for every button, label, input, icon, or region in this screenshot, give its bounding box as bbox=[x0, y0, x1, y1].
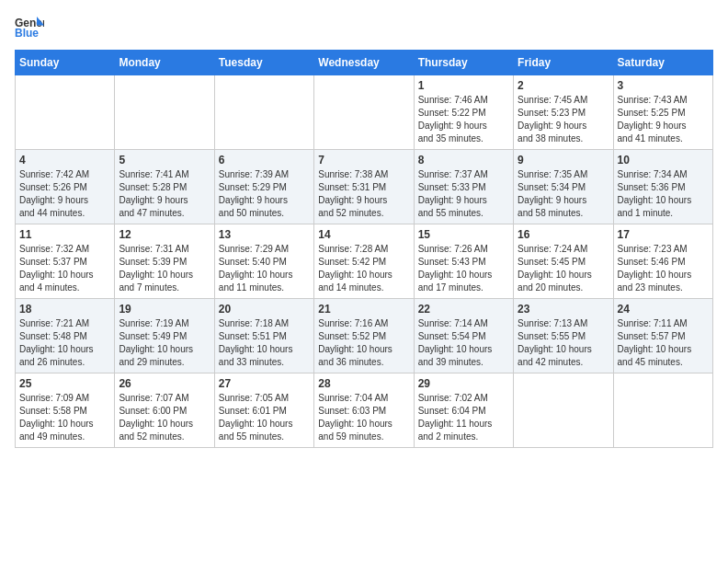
calendar-cell bbox=[314, 75, 414, 150]
day-number: 16 bbox=[518, 228, 609, 241]
calendar-cell: 1Sunrise: 7:46 AM Sunset: 5:22 PM Daylig… bbox=[414, 75, 513, 150]
calendar-cell bbox=[514, 373, 613, 448]
day-info: Sunrise: 7:14 AM Sunset: 5:54 PM Dayligh… bbox=[418, 317, 509, 369]
day-number: 2 bbox=[518, 79, 609, 92]
day-number: 14 bbox=[318, 228, 409, 241]
calendar-cell: 3Sunrise: 7:43 AM Sunset: 5:25 PM Daylig… bbox=[613, 75, 712, 150]
calendar-cell bbox=[115, 75, 214, 150]
day-info: Sunrise: 7:26 AM Sunset: 5:43 PM Dayligh… bbox=[418, 243, 509, 294]
day-number: 4 bbox=[19, 154, 110, 167]
day-number: 7 bbox=[318, 154, 409, 167]
day-number: 29 bbox=[418, 377, 509, 390]
calendar-cell: 9Sunrise: 7:35 AM Sunset: 5:34 PM Daylig… bbox=[514, 150, 613, 224]
day-number: 8 bbox=[418, 154, 509, 167]
day-info: Sunrise: 7:28 AM Sunset: 5:42 PM Dayligh… bbox=[318, 243, 409, 294]
day-info: Sunrise: 7:32 AM Sunset: 5:37 PM Dayligh… bbox=[19, 243, 110, 294]
day-info: Sunrise: 7:07 AM Sunset: 6:00 PM Dayligh… bbox=[119, 392, 210, 443]
weekday-header: Thursday bbox=[414, 51, 513, 75]
calendar-cell: 8Sunrise: 7:37 AM Sunset: 5:33 PM Daylig… bbox=[414, 150, 513, 224]
weekday-header: Wednesday bbox=[314, 51, 414, 75]
calendar-week-row: 25Sunrise: 7:09 AM Sunset: 5:58 PM Dayli… bbox=[16, 373, 713, 448]
calendar-cell: 16Sunrise: 7:24 AM Sunset: 5:45 PM Dayli… bbox=[514, 224, 613, 299]
day-info: Sunrise: 7:35 AM Sunset: 5:34 PM Dayligh… bbox=[518, 168, 609, 220]
calendar-cell: 6Sunrise: 7:39 AM Sunset: 5:29 PM Daylig… bbox=[214, 150, 313, 224]
calendar-cell: 29Sunrise: 7:02 AM Sunset: 6:04 PM Dayli… bbox=[414, 373, 513, 448]
day-number: 3 bbox=[618, 79, 709, 92]
day-info: Sunrise: 7:21 AM Sunset: 5:48 PM Dayligh… bbox=[19, 317, 110, 369]
day-number: 10 bbox=[618, 154, 709, 167]
weekday-header: Friday bbox=[514, 51, 613, 75]
weekday-header: Sunday bbox=[16, 51, 115, 75]
day-info: Sunrise: 7:39 AM Sunset: 5:29 PM Dayligh… bbox=[219, 168, 310, 220]
logo: General Blue bbox=[15, 15, 48, 40]
calendar-cell: 24Sunrise: 7:11 AM Sunset: 5:57 PM Dayli… bbox=[613, 299, 712, 373]
day-info: Sunrise: 7:16 AM Sunset: 5:52 PM Dayligh… bbox=[318, 317, 409, 369]
day-info: Sunrise: 7:43 AM Sunset: 5:25 PM Dayligh… bbox=[618, 94, 709, 145]
day-info: Sunrise: 7:41 AM Sunset: 5:28 PM Dayligh… bbox=[119, 168, 210, 220]
day-number: 12 bbox=[119, 228, 210, 241]
day-number: 9 bbox=[518, 154, 609, 167]
day-info: Sunrise: 7:19 AM Sunset: 5:49 PM Dayligh… bbox=[119, 317, 210, 369]
day-number: 5 bbox=[119, 154, 210, 167]
day-info: Sunrise: 7:29 AM Sunset: 5:40 PM Dayligh… bbox=[219, 243, 310, 294]
day-number: 21 bbox=[318, 303, 409, 316]
day-number: 17 bbox=[618, 228, 709, 241]
day-number: 22 bbox=[418, 303, 509, 316]
calendar-cell: 2Sunrise: 7:45 AM Sunset: 5:23 PM Daylig… bbox=[514, 75, 613, 150]
day-info: Sunrise: 7:37 AM Sunset: 5:33 PM Dayligh… bbox=[418, 168, 509, 220]
calendar-week-row: 18Sunrise: 7:21 AM Sunset: 5:48 PM Dayli… bbox=[16, 299, 713, 373]
day-number: 6 bbox=[219, 154, 310, 167]
calendar-cell: 20Sunrise: 7:18 AM Sunset: 5:51 PM Dayli… bbox=[214, 299, 313, 373]
day-info: Sunrise: 7:11 AM Sunset: 5:57 PM Dayligh… bbox=[618, 317, 709, 369]
day-info: Sunrise: 7:38 AM Sunset: 5:31 PM Dayligh… bbox=[318, 168, 409, 220]
day-info: Sunrise: 7:24 AM Sunset: 5:45 PM Dayligh… bbox=[518, 243, 609, 294]
calendar-cell: 26Sunrise: 7:07 AM Sunset: 6:00 PM Dayli… bbox=[115, 373, 214, 448]
logo-icon: General Blue bbox=[15, 15, 44, 40]
calendar-cell: 14Sunrise: 7:28 AM Sunset: 5:42 PM Dayli… bbox=[314, 224, 414, 299]
calendar-cell: 11Sunrise: 7:32 AM Sunset: 5:37 PM Dayli… bbox=[16, 224, 115, 299]
calendar-cell: 28Sunrise: 7:04 AM Sunset: 6:03 PM Dayli… bbox=[314, 373, 414, 448]
day-number: 27 bbox=[219, 377, 310, 390]
day-number: 19 bbox=[119, 303, 210, 316]
day-number: 20 bbox=[219, 303, 310, 316]
calendar-cell: 15Sunrise: 7:26 AM Sunset: 5:43 PM Dayli… bbox=[414, 224, 513, 299]
day-number: 25 bbox=[19, 377, 110, 390]
day-number: 18 bbox=[19, 303, 110, 316]
day-info: Sunrise: 7:05 AM Sunset: 6:01 PM Dayligh… bbox=[219, 392, 310, 443]
day-info: Sunrise: 7:23 AM Sunset: 5:46 PM Dayligh… bbox=[618, 243, 709, 294]
weekday-header: Tuesday bbox=[214, 51, 313, 75]
day-number: 26 bbox=[119, 377, 210, 390]
calendar-cell: 12Sunrise: 7:31 AM Sunset: 5:39 PM Dayli… bbox=[115, 224, 214, 299]
calendar-cell: 10Sunrise: 7:34 AM Sunset: 5:36 PM Dayli… bbox=[613, 150, 712, 224]
calendar-cell: 5Sunrise: 7:41 AM Sunset: 5:28 PM Daylig… bbox=[115, 150, 214, 224]
day-number: 1 bbox=[418, 79, 509, 92]
calendar-table: SundayMondayTuesdayWednesdayThursdayFrid… bbox=[15, 50, 713, 448]
calendar-cell: 18Sunrise: 7:21 AM Sunset: 5:48 PM Dayli… bbox=[16, 299, 115, 373]
day-info: Sunrise: 7:02 AM Sunset: 6:04 PM Dayligh… bbox=[418, 392, 509, 443]
weekday-header: Monday bbox=[115, 51, 214, 75]
calendar-week-row: 11Sunrise: 7:32 AM Sunset: 5:37 PM Dayli… bbox=[16, 224, 713, 299]
day-info: Sunrise: 7:46 AM Sunset: 5:22 PM Dayligh… bbox=[418, 94, 509, 145]
calendar-cell: 25Sunrise: 7:09 AM Sunset: 5:58 PM Dayli… bbox=[16, 373, 115, 448]
day-info: Sunrise: 7:04 AM Sunset: 6:03 PM Dayligh… bbox=[318, 392, 409, 443]
weekday-header: Saturday bbox=[613, 51, 712, 75]
calendar-cell bbox=[613, 373, 712, 448]
svg-text:Blue: Blue bbox=[15, 27, 39, 40]
calendar-cell: 23Sunrise: 7:13 AM Sunset: 5:55 PM Dayli… bbox=[514, 299, 613, 373]
calendar-cell: 22Sunrise: 7:14 AM Sunset: 5:54 PM Dayli… bbox=[414, 299, 513, 373]
day-info: Sunrise: 7:42 AM Sunset: 5:26 PM Dayligh… bbox=[19, 168, 110, 220]
calendar-cell: 19Sunrise: 7:19 AM Sunset: 5:49 PM Dayli… bbox=[115, 299, 214, 373]
day-info: Sunrise: 7:31 AM Sunset: 5:39 PM Dayligh… bbox=[119, 243, 210, 294]
calendar-cell: 13Sunrise: 7:29 AM Sunset: 5:40 PM Dayli… bbox=[214, 224, 313, 299]
day-info: Sunrise: 7:18 AM Sunset: 5:51 PM Dayligh… bbox=[219, 317, 310, 369]
calendar-cell: 17Sunrise: 7:23 AM Sunset: 5:46 PM Dayli… bbox=[613, 224, 712, 299]
day-number: 11 bbox=[19, 228, 110, 241]
calendar-cell: 7Sunrise: 7:38 AM Sunset: 5:31 PM Daylig… bbox=[314, 150, 414, 224]
day-info: Sunrise: 7:45 AM Sunset: 5:23 PM Dayligh… bbox=[518, 94, 609, 145]
calendar-week-row: 1Sunrise: 7:46 AM Sunset: 5:22 PM Daylig… bbox=[16, 75, 713, 150]
calendar-week-row: 4Sunrise: 7:42 AM Sunset: 5:26 PM Daylig… bbox=[16, 150, 713, 224]
calendar-cell bbox=[214, 75, 313, 150]
day-number: 24 bbox=[618, 303, 709, 316]
calendar-cell: 21Sunrise: 7:16 AM Sunset: 5:52 PM Dayli… bbox=[314, 299, 414, 373]
calendar-cell: 4Sunrise: 7:42 AM Sunset: 5:26 PM Daylig… bbox=[16, 150, 115, 224]
